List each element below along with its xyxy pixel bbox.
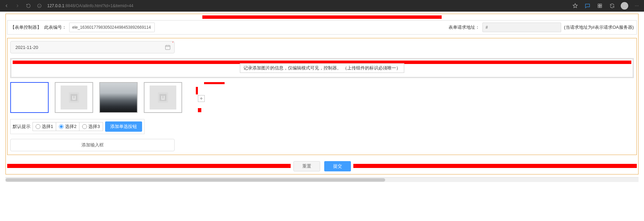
form-url-hint: (当请求地址为#表示请求OA服务器)	[564, 24, 634, 30]
thumbnail-1[interactable]	[10, 82, 49, 113]
more-icon[interactable]: ⋯	[633, 2, 641, 10]
form-url-value[interactable]: #	[482, 23, 561, 32]
radio-group: 选择1 选择2 选择3	[33, 122, 103, 131]
radio-dot	[36, 124, 40, 129]
svg-rect-7	[71, 94, 77, 101]
form-controller-title: 【表单控制器】	[10, 24, 41, 30]
radio-dot	[59, 124, 64, 129]
image-placeholder-icon	[150, 86, 176, 109]
browser-chrome: 127.0.0.1:8848/OA/allinfo.html?id=1&item…	[0, 0, 644, 12]
highlight-bar	[198, 108, 201, 112]
highlight-bar	[196, 87, 198, 94]
calendar-icon	[165, 44, 171, 50]
svg-rect-2	[600, 4, 602, 6]
radio-label: 选择3	[88, 124, 100, 130]
add-radio-button[interactable]: 添加单选按钮	[105, 121, 142, 132]
svg-rect-5	[165, 46, 170, 50]
nav-reload-icon[interactable]	[25, 3, 31, 9]
radio-dot	[82, 124, 87, 129]
upload-info-label: 记录添加图片的信息，仅编辑模式可见，控制器。 （上传组件的标识必须唯一）	[240, 63, 404, 73]
url-host: 127.0.0.1	[47, 3, 64, 8]
radio-option-1[interactable]: 选择1	[33, 122, 56, 131]
form-body-panel: 2021-11-20 * 记录添加图片的信息，仅编辑模式可见，控制器。 （上传组…	[7, 38, 637, 155]
thumbnail-row: +	[10, 82, 634, 113]
reset-button[interactable]: 重置	[293, 161, 320, 171]
image-placeholder-icon	[61, 86, 87, 109]
sync-icon[interactable]	[608, 2, 616, 10]
chat-icon[interactable]	[584, 2, 591, 10]
favorites-icon[interactable]	[571, 2, 579, 10]
radio-row: 默认提示 选择1 选择2 选择3 添加单选按钮	[10, 119, 144, 134]
radio-option-2[interactable]: 选择2	[56, 122, 79, 131]
url-path: :8848/OA/allinfo.html?id=1&itemid=44	[64, 3, 133, 8]
address-bar[interactable]: 127.0.0.1:8848/OA/allinfo.html?id=1&item…	[47, 3, 134, 8]
highlight-bar	[353, 164, 637, 168]
collections-icon[interactable]	[596, 2, 604, 10]
form-url-label: 表单请求地址：	[449, 24, 480, 30]
highlight-bar	[202, 15, 442, 19]
svg-rect-1	[598, 4, 600, 6]
highlight-bar	[7, 164, 291, 168]
form-footer: 重置 提交	[7, 160, 637, 172]
upload-widget[interactable]: +	[188, 82, 226, 113]
svg-rect-9	[160, 94, 166, 101]
add-input-button[interactable]: 添加输入框	[10, 139, 175, 151]
required-star: *	[172, 41, 174, 45]
nav-back-icon[interactable]	[3, 3, 10, 9]
form-controller-panel: 【表单控制器】 此表编号： ele_1636017798305024498453…	[5, 14, 639, 174]
thumbnail-4[interactable]	[144, 82, 182, 113]
radio-hint: 默认提示	[13, 124, 30, 130]
info-icon[interactable]	[36, 3, 42, 9]
nav-forward-icon[interactable]	[14, 3, 21, 9]
add-input-label: 添加输入框	[81, 142, 104, 148]
submit-button[interactable]: 提交	[324, 161, 351, 171]
thumbnail-2[interactable]	[55, 82, 93, 113]
form-id-value[interactable]: ele_16360177983050244984538926691​14	[69, 23, 155, 32]
radio-label: 选择2	[65, 124, 76, 130]
form-id-label: 此表编号：	[44, 24, 66, 30]
profile-avatar[interactable]	[621, 2, 628, 10]
radio-label: 选择1	[42, 124, 53, 130]
svg-rect-3	[598, 6, 600, 8]
svg-rect-4	[600, 6, 602, 8]
thumbnail-3[interactable]	[99, 82, 138, 113]
radio-option-3[interactable]: 选择3	[79, 122, 102, 131]
highlight-bar	[204, 82, 225, 84]
image-upload-panel: 记录添加图片的信息，仅编辑模式可见，控制器。 （上传组件的标识必须唯一）	[10, 58, 634, 78]
horizontal-scrollbar[interactable]	[5, 177, 639, 182]
add-image-button[interactable]: +	[198, 95, 205, 102]
form-controller-row: 【表单控制器】 此表编号： ele_1636017798305024498453…	[7, 20, 637, 35]
date-input[interactable]: 2021-11-20 *	[10, 41, 175, 53]
scrollbar-thumb[interactable]	[5, 178, 385, 182]
date-value: 2021-11-20	[15, 45, 38, 50]
